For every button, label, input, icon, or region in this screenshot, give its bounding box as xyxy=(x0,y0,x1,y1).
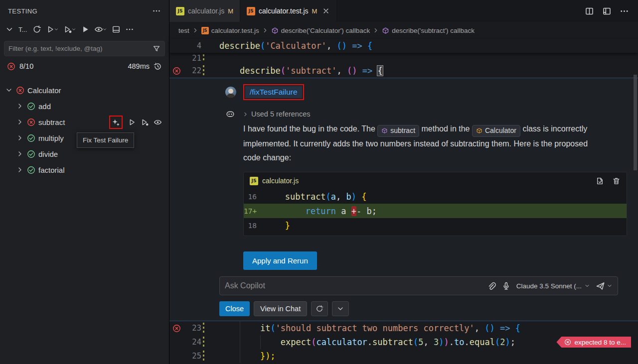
js-file-icon: JS xyxy=(247,7,255,15)
chevron-right-icon[interactable] xyxy=(16,150,24,158)
breadcrumb-item[interactable]: describe('Calculator') callback xyxy=(271,27,370,34)
tests-failed-icon xyxy=(7,62,15,71)
js-file-icon: JS xyxy=(176,7,184,15)
filter-icon[interactable] xyxy=(153,45,160,53)
rerun-history-icon[interactable] xyxy=(154,62,162,71)
refresh-tests-icon[interactable] xyxy=(32,25,41,34)
chevron-right-icon[interactable] xyxy=(16,118,24,126)
chevron-right-icon xyxy=(242,111,249,118)
tabs: JScalculator.jsMJScalculator.test.jsM xyxy=(169,0,337,22)
mic-icon[interactable] xyxy=(501,281,511,291)
inline-chat-widget: /fixTestFailure Used 5 references I have… xyxy=(169,78,638,321)
watch-test-icon[interactable] xyxy=(154,118,162,126)
code-text xyxy=(206,53,219,64)
more-actions-icon[interactable] xyxy=(620,6,629,16)
chevron-right-icon[interactable] xyxy=(16,102,24,110)
breadcrumb-item[interactable]: test xyxy=(178,27,189,34)
watch-tests-group xyxy=(94,25,107,34)
test-item-add[interactable]: add xyxy=(0,98,169,114)
codeblock-lines: 16 subtract(a, b) {17+ return a +- b;18 … xyxy=(244,189,627,233)
attach-context-icon[interactable] xyxy=(486,281,496,291)
line-number: 24 xyxy=(183,338,201,347)
chevron-down-icon[interactable] xyxy=(5,86,13,94)
user-avatar xyxy=(225,87,236,98)
more-actions-icon[interactable] xyxy=(125,25,134,34)
code-suggestion-block: JS calculator.js 16 subtract(a, b) {17+ … xyxy=(243,172,627,236)
collapse-chevron-icon[interactable] xyxy=(5,25,14,34)
code-text: expect(calculator.subtract(5, 3)).to.equ… xyxy=(206,335,515,349)
message-text: method in the xyxy=(419,124,472,133)
test-item-label: subtract xyxy=(38,118,65,126)
symbol-class-icon xyxy=(476,127,482,134)
fix-test-failure-icon[interactable] xyxy=(112,118,120,126)
code-line-4[interactable]: 4describe('Calculator', () => { xyxy=(169,39,638,53)
breadcrumb-item[interactable]: describe('subtract') callback xyxy=(382,27,475,34)
test-item-divide[interactable]: divide xyxy=(0,146,169,162)
copilot-icon xyxy=(225,109,235,119)
chat-response-text: I have found the bug in the code. The su… xyxy=(243,122,607,165)
more-dropdown-button[interactable] xyxy=(332,301,349,316)
symbol-method-icon xyxy=(382,27,389,34)
suggestion-line-18: 18 } xyxy=(244,218,627,233)
send-icon[interactable] xyxy=(596,281,605,291)
chat-footer-actions: Close View in Chat xyxy=(219,301,349,316)
debug-test-icon[interactable] xyxy=(141,118,149,126)
test-item-calculator[interactable]: Calculator xyxy=(0,82,169,98)
debug-dropdown-icon[interactable] xyxy=(71,27,76,32)
codeblock-actions xyxy=(596,177,621,185)
customize-layout-icon[interactable] xyxy=(602,6,612,16)
close-button[interactable]: Close xyxy=(219,301,250,316)
discard-icon[interactable] xyxy=(612,177,621,185)
test-error-icon[interactable] xyxy=(172,67,181,75)
slash-command[interactable]: /fixTestFailure xyxy=(245,86,302,98)
chevron-right-icon[interactable] xyxy=(16,134,24,142)
test-error-icon[interactable] xyxy=(172,324,181,333)
references-row[interactable]: Used 5 references xyxy=(225,108,310,120)
tab-calculator.js[interactable]: JScalculator.jsM xyxy=(169,0,240,22)
git-modified-marker xyxy=(201,64,206,78)
send-dropdown-icon[interactable] xyxy=(607,283,613,289)
line-number: 22 xyxy=(183,66,201,75)
code-line-21[interactable]: 21 xyxy=(169,53,638,64)
code-text: describe('subtract', () => { xyxy=(206,64,383,78)
editor-scrollbar[interactable] xyxy=(634,75,637,170)
sidebar-more-icon[interactable] xyxy=(152,6,161,15)
line-number: 4 xyxy=(183,41,201,50)
view-in-chat-button[interactable]: View in Chat xyxy=(254,301,307,316)
run-coverage-icon[interactable] xyxy=(81,25,90,34)
close-tab-icon[interactable] xyxy=(322,7,330,15)
watch-dropdown-icon[interactable] xyxy=(102,27,107,32)
code-line-23[interactable]: 23 it('should subtract two numbers corre… xyxy=(169,321,638,335)
test-item-subtract[interactable]: subtract xyxy=(0,114,169,130)
apply-in-editor-icon[interactable] xyxy=(596,177,604,185)
split-editor-icon[interactable] xyxy=(585,6,594,16)
symbol-chip-subtract[interactable]: subtract xyxy=(377,125,419,137)
message-text: I have found the bug in the code. The xyxy=(243,124,377,133)
code-line-25[interactable]: 25 }); xyxy=(169,349,638,363)
ask-copilot-input[interactable] xyxy=(225,281,481,290)
model-picker[interactable]: Claude 3.5 Sonnet (... xyxy=(516,282,590,290)
rerun-request-button[interactable] xyxy=(311,301,328,316)
test-duration: 489ms xyxy=(128,62,150,70)
line-number: 23 xyxy=(183,324,201,333)
apply-and-rerun-button[interactable]: Apply and Rerun xyxy=(243,251,317,270)
code-line-24[interactable]: 24 expect(calculator.subtract(5, 3)).to.… xyxy=(169,335,638,349)
chevron-right-icon[interactable] xyxy=(16,166,24,174)
tab-calculator.test.js[interactable]: JScalculator.test.jsM xyxy=(240,0,337,22)
breadcrumb-item[interactable]: JScalculator.test.js xyxy=(201,27,259,34)
model-label: Claude 3.5 Sonnet (... xyxy=(516,282,582,290)
sidebar-header: TESTING xyxy=(0,0,169,22)
symbol-chip-Calculator[interactable]: Calculator xyxy=(472,125,520,137)
run-test-icon[interactable] xyxy=(128,118,136,126)
code-line-22[interactable]: 22 describe('subtract', () => { xyxy=(169,64,638,78)
testing-sidebar: TESTING T... xyxy=(0,0,169,364)
git-modified-marker xyxy=(201,349,206,363)
show-output-icon[interactable] xyxy=(112,25,121,34)
test-filter-input[interactable] xyxy=(8,45,150,52)
test-item-factorial[interactable]: factorial xyxy=(0,162,169,178)
tab-bar: JScalculator.jsMJScalculator.test.jsM xyxy=(169,0,638,22)
js-file-icon: JS xyxy=(250,177,258,185)
run-dropdown-icon[interactable] xyxy=(54,27,59,32)
test-item-label: add xyxy=(38,102,51,111)
annotation-highlight-box xyxy=(109,116,123,129)
